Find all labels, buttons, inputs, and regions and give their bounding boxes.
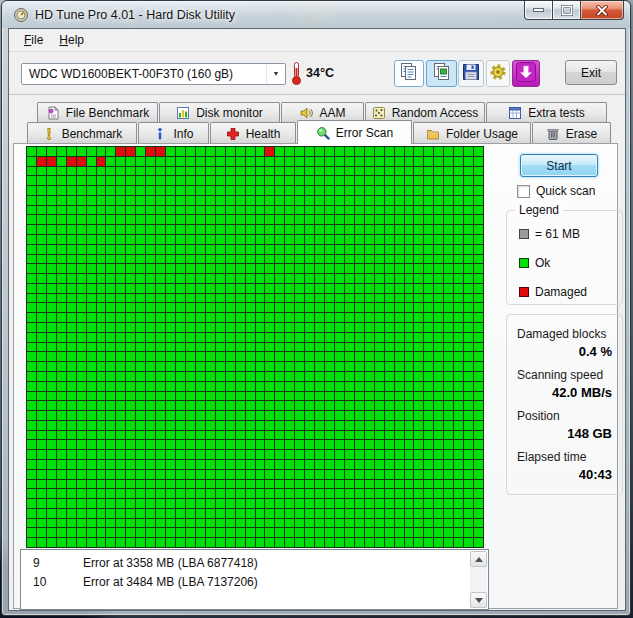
scan-block-ok [216, 440, 225, 449]
menu-item-help[interactable]: Help [52, 30, 91, 50]
scan-block-ok [295, 225, 304, 234]
menu-item-file[interactable]: File [17, 30, 50, 50]
scan-block-ok [424, 157, 433, 166]
scan-block-ok [474, 225, 483, 234]
scan-block-ok [395, 392, 404, 401]
scan-block-ok [67, 225, 76, 234]
options-button[interactable] [486, 60, 510, 87]
scan-block-ok [57, 186, 66, 195]
scan-block-ok [176, 303, 185, 312]
scan-block-ok [97, 225, 106, 234]
scan-block-ok [454, 196, 463, 205]
scan-block-ok [216, 264, 225, 273]
scan-block-ok [265, 313, 274, 322]
scan-block-ok [414, 284, 423, 293]
scan-block-ok [275, 255, 284, 264]
scan-block-ok [454, 528, 463, 537]
tab-error-scan[interactable]: Error Scan [297, 120, 412, 144]
scan-block-ok [454, 157, 463, 166]
scan-block-ok [395, 167, 404, 176]
exit-button[interactable]: Exit [565, 60, 617, 85]
scan-block-ok [295, 489, 304, 498]
update-button[interactable] [512, 60, 540, 87]
scan-block-ok [335, 343, 344, 352]
scan-block-ok [156, 372, 165, 381]
scan-block-ok [295, 313, 304, 322]
tab-info[interactable]: Info [138, 122, 209, 144]
scan-block-ok [47, 538, 56, 547]
tab-folder-usage[interactable]: Folder Usage [413, 122, 531, 144]
scan-block-ok [246, 362, 255, 371]
copy-text-button[interactable] [394, 60, 424, 87]
error-log-list[interactable]: 9Error at 3358 MB (LBA 6877418)10Error a… [20, 549, 489, 610]
scan-block-ok [325, 323, 334, 332]
scan-block-ok [375, 294, 384, 303]
error-log-row[interactable]: 10Error at 3484 MB (LBA 7137206) [21, 573, 488, 592]
scroll-up-button[interactable] [470, 551, 487, 567]
scan-block-ok [414, 470, 423, 479]
scan-block-ok [37, 440, 46, 449]
scan-block-ok [116, 235, 125, 244]
scan-block-ok [365, 440, 374, 449]
drive-selector[interactable]: WDC WD1600BEKT-00F3T0 (160 gB) ▼ [21, 63, 286, 85]
scan-block-ok [285, 382, 294, 391]
scan-block-ok [67, 176, 76, 185]
scan-block-ok [176, 460, 185, 469]
stat-position: Position148 GB [517, 409, 612, 441]
tab-benchmark[interactable]: Benchmark [27, 122, 137, 144]
save-button[interactable] [458, 60, 484, 87]
scan-block-ok [295, 519, 304, 528]
minimize-button[interactable] [524, 1, 553, 20]
scan-block-ok [176, 372, 185, 381]
tab-file-benchmark[interactable]: File Benchmark [37, 102, 158, 123]
scan-block-ok [414, 255, 423, 264]
scan-block-ok [315, 264, 324, 273]
scan-block-ok [206, 225, 215, 234]
scan-block-ok [166, 509, 175, 518]
error-log-scrollbar[interactable] [470, 551, 487, 608]
scan-block-ok [87, 431, 96, 440]
scan-block-ok [206, 401, 215, 410]
scroll-down-button[interactable] [470, 592, 487, 608]
scan-block-ok [236, 196, 245, 205]
scan-block-ok [474, 313, 483, 322]
scan-block-ok [146, 215, 155, 224]
scan-block-ok [395, 362, 404, 371]
scan-block-ok [27, 264, 36, 273]
tab-health[interactable]: Health [210, 122, 296, 144]
tab-erase[interactable]: Erase [532, 122, 611, 144]
scan-block-ok [355, 372, 364, 381]
scan-block-ok [295, 440, 304, 449]
scan-block-ok [37, 460, 46, 469]
scan-block-ok [206, 519, 215, 528]
scan-block-damaged [116, 147, 125, 156]
scan-block-ok [226, 215, 235, 224]
copy-image-button[interactable] [426, 60, 457, 87]
tab-extra-tests[interactable]: Extra tests [486, 102, 607, 123]
scan-block-ok [37, 323, 46, 332]
scan-block-ok [275, 235, 284, 244]
scan-block-ok [236, 245, 245, 254]
scan-block-ok [256, 489, 265, 498]
scan-block-ok [385, 343, 394, 352]
scan-block-ok [106, 147, 115, 156]
scan-block-ok [236, 352, 245, 361]
scan-block-ok [256, 480, 265, 489]
scan-block-ok [186, 313, 195, 322]
tab-disk-monitor[interactable]: Disk monitor [159, 102, 280, 123]
scan-block-ok [325, 176, 334, 185]
close-button[interactable] [580, 1, 624, 20]
scan-block-ok [226, 313, 235, 322]
scan-block-ok [116, 303, 125, 312]
scan-block-ok [57, 372, 66, 381]
scan-block-ok [355, 470, 364, 479]
scan-block-ok [196, 235, 205, 244]
scan-block-ok [166, 431, 175, 440]
scan-block-ok [27, 255, 36, 264]
scan-block-ok [97, 372, 106, 381]
maximize-button[interactable] [552, 1, 581, 20]
start-button[interactable]: Start [520, 154, 598, 177]
error-log-row[interactable]: 9Error at 3358 MB (LBA 6877418) [21, 554, 488, 573]
quick-scan-checkbox[interactable] [517, 185, 530, 198]
scan-block-ok [57, 333, 66, 342]
